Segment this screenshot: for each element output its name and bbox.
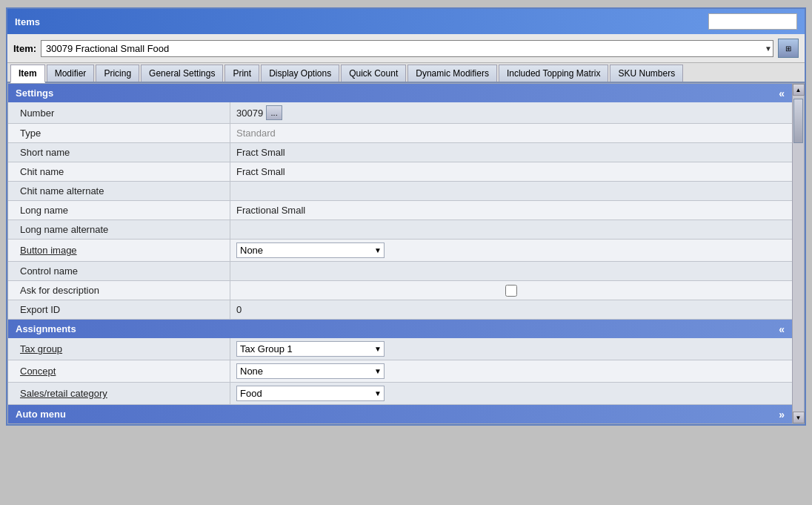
number-ellipsis-btn[interactable]: ... [266,105,282,120]
tab-print[interactable]: Print [224,65,259,82]
item-row: Item: 30079 Fractional Small Food ▼ ⊞ [7,34,805,63]
scrollbar: ▲ ▼ [792,84,804,423]
tab-sku-numbers[interactable]: SKU Numbers [610,65,683,82]
row-label-number: Number [8,102,230,123]
item-grid-button[interactable]: ⊞ [778,39,799,58]
tab-modifier[interactable]: Modifier [47,65,95,82]
scrollbar-thumb[interactable] [793,99,803,143]
tab-quick-count[interactable]: Quick Count [341,65,406,82]
long-name-value: Fractional Small [236,205,305,216]
row-value-type: Standard [230,124,792,142]
row-label-button-image: Button image [8,240,230,261]
row-value-control-name [230,262,792,280]
form-area: Settings « Number 30079 ... Type [8,84,792,423]
content-area: Settings « Number 30079 ... Type [7,83,805,424]
tab-display-options[interactable]: Display Options [261,65,339,82]
auto-menu-title: Auto menu [16,409,66,420]
row-value-export-id: 0 [230,300,792,319]
assignments-section-header: Assignments « [8,320,792,338]
row-label-long-name: Long name [8,201,230,220]
sales-category-dropdown-wrapper: Food ▼ [236,386,385,401]
concept-dropdown-wrapper: None ▼ [236,363,385,379]
item-label: Item: [13,43,36,54]
number-value: 30079 [236,108,263,119]
button-image-label[interactable]: Button image [20,245,77,256]
concept-label[interactable]: Concept [20,366,56,377]
row-label-concept: Concept [8,360,230,382]
tab-included-topping-matrix[interactable]: Included Topping Matrix [499,65,609,82]
sales-category-select[interactable]: Food [236,386,385,401]
table-row: Export ID 0 [8,300,792,320]
auto-menu-section-header: Auto menu » [8,405,792,423]
row-value-number: 30079 ... [230,102,792,123]
concept-select[interactable]: None [236,363,385,379]
row-value-long-name: Fractional Small [230,201,792,220]
button-image-select[interactable]: None [236,242,385,258]
sales-category-label[interactable]: Sales/retail category [20,388,107,399]
tabs-bar: Item Modifier Pricing General Settings P… [7,63,805,83]
tax-group-select[interactable]: Tax Group 1 [236,341,385,357]
table-row: Concept None ▼ [8,360,792,383]
table-row: Sales/retail category Food ▼ [8,383,792,405]
window-title: Items [15,16,40,27]
row-label-chit-name-alternate: Chit name alternate [8,182,230,200]
row-value-chit-name: Fract Small [230,162,792,181]
settings-title: Settings [16,88,53,99]
row-value-ask-description [230,281,792,300]
table-row: Tax group Tax Group 1 ▼ [8,338,792,360]
row-value-sales-category: Food ▼ [230,383,792,404]
table-row: Chit name alternate [8,182,792,201]
settings-section-header: Settings « [8,84,792,102]
row-label-tax-group: Tax group [8,338,230,360]
ask-description-checkbox[interactable] [505,285,517,297]
row-label-sales-category: Sales/retail category [8,383,230,404]
table-row: Number 30079 ... [8,102,792,124]
row-label-long-name-alternate: Long name alternate [8,220,230,239]
button-image-dropdown-wrapper: None ▼ [236,242,385,258]
settings-collapse-btn[interactable]: « [779,88,785,99]
table-row: Short name Fract Small [8,143,792,162]
export-id-value: 0 [236,304,242,315]
type-value: Standard [236,128,276,139]
auto-menu-collapse-btn[interactable]: » [779,409,785,420]
tab-dynamic-modifiers[interactable]: Dynamic Modifiers [407,65,497,82]
row-value-tax-group: Tax Group 1 ▼ [230,338,792,360]
tax-group-label[interactable]: Tax group [20,343,62,354]
tab-item[interactable]: Item [10,65,45,83]
table-row: Ask for description [8,281,792,300]
row-value-short-name: Fract Small [230,143,792,162]
item-select-wrapper: 30079 Fractional Small Food ▼ [41,40,773,57]
item-select[interactable]: 30079 Fractional Small Food [41,40,773,57]
table-row: Long name alternate [8,220,792,240]
table-row: Button image None ▼ [8,240,792,262]
tab-pricing[interactable]: Pricing [96,65,139,82]
row-value-long-name-alternate [230,220,792,239]
scrollbar-down-btn[interactable]: ▼ [793,412,805,423]
row-value-button-image: None ▼ [230,240,792,261]
row-label-chit-name: Chit name [8,162,230,181]
scrollbar-up-btn[interactable]: ▲ [793,84,805,96]
tab-general-settings[interactable]: General Settings [141,65,223,82]
scrollbar-track[interactable] [793,96,804,412]
assignments-collapse-btn[interactable]: « [779,324,785,334]
title-bar: Items [7,9,805,34]
table-row: Chit name Fract Small [8,162,792,182]
number-value-group: 30079 ... [236,105,786,120]
short-name-value: Fract Small [236,147,285,158]
row-label-export-id: Export ID [8,300,230,319]
items-window: Items Item: 30079 Fractional Small Food … [6,7,806,426]
row-value-chit-name-alternate [230,182,792,200]
row-label-short-name: Short name [8,143,230,162]
table-row: Control name [8,262,792,281]
row-value-concept: None ▼ [230,360,792,382]
assignments-title: Assignments [16,323,76,334]
table-row: Long name Fractional Small [8,201,792,220]
title-search-input[interactable] [708,13,797,30]
row-label-ask-description: Ask for description [8,281,230,300]
row-label-type: Type [8,124,230,142]
chit-name-value: Fract Small [236,166,285,177]
table-row: Type Standard [8,124,792,143]
row-label-control-name: Control name [8,262,230,280]
tax-group-dropdown-wrapper: Tax Group 1 ▼ [236,341,385,357]
